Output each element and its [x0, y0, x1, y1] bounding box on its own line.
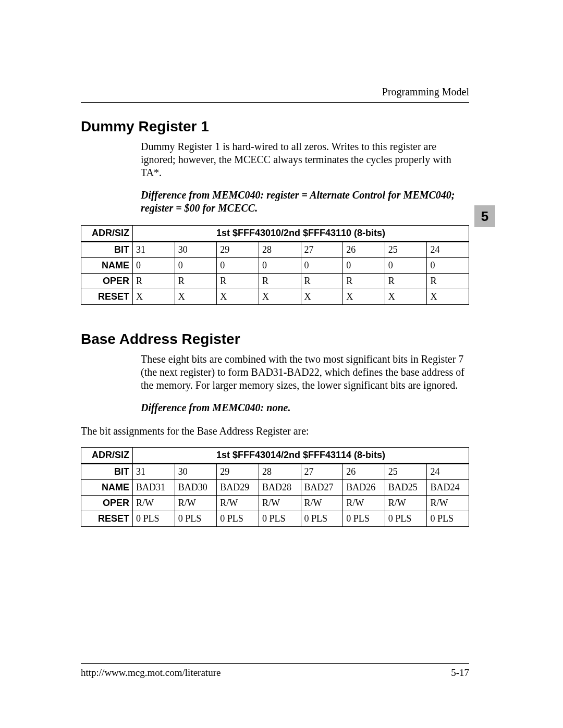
- cell: R/W: [427, 496, 469, 511]
- cell: 26: [343, 242, 385, 258]
- row-label-bit: BIT: [81, 464, 133, 480]
- cell: X: [217, 289, 259, 305]
- cell: 0 PLS: [301, 511, 343, 527]
- cell: 28: [259, 464, 301, 480]
- table-row: OPER R R R R R R R R: [81, 274, 469, 289]
- cell: 24: [427, 464, 469, 480]
- page: Programming Model Dummy Register 1 Dummy…: [0, 0, 563, 728]
- cell: R: [175, 274, 217, 289]
- section2-diff: Difference from MEMC040: none.: [141, 401, 469, 414]
- cell: 0: [259, 258, 301, 274]
- cell: 0: [217, 258, 259, 274]
- table-row: RESET 0 PLS 0 PLS 0 PLS 0 PLS 0 PLS 0 PL…: [81, 511, 469, 527]
- row-label-name: NAME: [81, 258, 133, 274]
- cell: R/W: [343, 496, 385, 511]
- cell: 27: [301, 242, 343, 258]
- cell: 0: [175, 258, 217, 274]
- cell: 0 PLS: [343, 511, 385, 527]
- cell: X: [343, 289, 385, 305]
- section1-title: Dummy Register 1: [81, 118, 469, 135]
- table-row: ADR/SIZ 1st $FFF43014/2nd $FFF43114 (8-b…: [81, 448, 469, 464]
- cell: BAD25: [385, 480, 427, 496]
- row-label-name: NAME: [81, 480, 133, 496]
- cell: 26: [343, 464, 385, 480]
- cell: R: [343, 274, 385, 289]
- adr-value: 1st $FFF43010/2nd $FFF43110 (8-bits): [133, 226, 469, 242]
- table-row: ADR/SIZ 1st $FFF43010/2nd $FFF43110 (8-b…: [81, 226, 469, 242]
- cell: X: [133, 289, 175, 305]
- running-head: Programming Model: [81, 86, 469, 98]
- cell: X: [175, 289, 217, 305]
- chapter-tab: 5: [474, 205, 495, 227]
- header-rule: [81, 102, 469, 103]
- dummy-register-table: ADR/SIZ 1st $FFF43010/2nd $FFF43110 (8-b…: [81, 225, 469, 305]
- cell: R/W: [259, 496, 301, 511]
- section1-para: Dummy Register 1 is hard-wired to all ze…: [141, 140, 469, 179]
- cell: R: [133, 274, 175, 289]
- table-row: OPER R/W R/W R/W R/W R/W R/W R/W R/W: [81, 496, 469, 511]
- row-label-adr: ADR/SIZ: [81, 448, 133, 464]
- cell: R: [427, 274, 469, 289]
- cell: 31: [133, 464, 175, 480]
- row-label-reset: RESET: [81, 289, 133, 305]
- cell: R/W: [385, 496, 427, 511]
- cell: R/W: [301, 496, 343, 511]
- footer: http://www.mcg.mot.com/literature 5-17: [81, 663, 469, 678]
- section2-para: These eight bits are combined with the t…: [141, 353, 469, 392]
- cell: X: [385, 289, 427, 305]
- cell: BAD27: [301, 480, 343, 496]
- cell: R/W: [133, 496, 175, 511]
- cell: X: [427, 289, 469, 305]
- cell: 0 PLS: [259, 511, 301, 527]
- cell: BAD26: [343, 480, 385, 496]
- cell: 0: [133, 258, 175, 274]
- cell: 30: [175, 464, 217, 480]
- table-row: BIT 31 30 29 28 27 26 25 24: [81, 464, 469, 480]
- footer-url: http://www.mcg.mot.com/literature: [81, 667, 221, 678]
- cell: 25: [385, 464, 427, 480]
- cell: 0 PLS: [385, 511, 427, 527]
- table-row: RESET X X X X X X X X: [81, 289, 469, 305]
- cell: 0 PLS: [175, 511, 217, 527]
- cell: 0: [343, 258, 385, 274]
- table-row: NAME BAD31 BAD30 BAD29 BAD28 BAD27 BAD26…: [81, 480, 469, 496]
- cell: 0 PLS: [133, 511, 175, 527]
- cell: X: [259, 289, 301, 305]
- cell: BAD24: [427, 480, 469, 496]
- cell: 27: [301, 464, 343, 480]
- cell: BAD29: [217, 480, 259, 496]
- adr-value: 1st $FFF43014/2nd $FFF43114 (8-bits): [133, 448, 469, 464]
- cell: 24: [427, 242, 469, 258]
- cell: BAD31: [133, 480, 175, 496]
- footer-rule: [81, 663, 469, 664]
- row-label-oper: OPER: [81, 274, 133, 289]
- cell: 31: [133, 242, 175, 258]
- row-label-adr: ADR/SIZ: [81, 226, 133, 242]
- cell: R: [217, 274, 259, 289]
- cell: 0 PLS: [217, 511, 259, 527]
- cell: X: [301, 289, 343, 305]
- cell: R: [385, 274, 427, 289]
- cell: 0: [301, 258, 343, 274]
- section2-para2: The bit assignments for the Base Address…: [81, 425, 469, 438]
- cell: BAD30: [175, 480, 217, 496]
- cell: 29: [217, 242, 259, 258]
- cell: 0: [385, 258, 427, 274]
- section2-title: Base Address Register: [81, 331, 469, 348]
- cell: 0: [427, 258, 469, 274]
- base-address-register-table: ADR/SIZ 1st $FFF43014/2nd $FFF43114 (8-b…: [81, 447, 469, 527]
- section2-body: These eight bits are combined with the t…: [141, 353, 469, 438]
- cell: R/W: [217, 496, 259, 511]
- cell: 0 PLS: [427, 511, 469, 527]
- row-label-reset: RESET: [81, 511, 133, 527]
- table-row: BIT 31 30 29 28 27 26 25 24: [81, 242, 469, 258]
- cell: 25: [385, 242, 427, 258]
- row-label-oper: OPER: [81, 496, 133, 511]
- cell: R: [259, 274, 301, 289]
- cell: R: [301, 274, 343, 289]
- section1-diff: Difference from MEMC040: register = Alte…: [141, 189, 469, 215]
- cell: 30: [175, 242, 217, 258]
- cell: 29: [217, 464, 259, 480]
- section1-body: Dummy Register 1 is hard-wired to all ze…: [141, 140, 469, 215]
- cell: R/W: [175, 496, 217, 511]
